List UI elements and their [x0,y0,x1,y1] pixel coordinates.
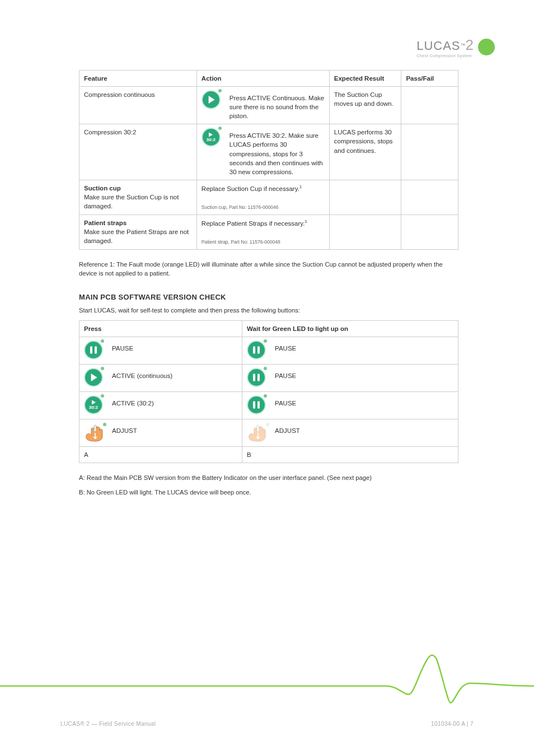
pause-icon [247,340,269,361]
brand-name: LUCAS [416,39,460,53]
table-row: ACTIVE (continuous) PAUSE [79,364,458,391]
col-expected: Expected Result [329,71,401,87]
active-302-icon: 30:2 [84,395,106,416]
svg-rect-1 [257,425,259,432]
expected-cell [329,214,401,249]
col-feature: Feature [79,71,197,87]
active-continuous-icon [84,368,106,388]
action-cell: Replace Patient Straps if necessary.1 Pa… [196,214,329,249]
software-check-table: Press Wait for Green LED to light up on … [79,320,458,463]
passfail-cell [401,124,458,180]
table-row: ADJUST ADJUST [79,419,458,446]
table-row: PAUSE PAUSE [79,337,458,364]
wait-cell: PAUSE [242,337,458,364]
press-cell: ACTIVE (continuous) [79,364,242,391]
brand-version: 2 [466,36,474,53]
table-row: A B [79,446,458,463]
col-passfail: Pass/Fail [401,71,458,87]
press-cell: PAUSE [79,337,242,364]
wait-cell: PAUSE [242,391,458,419]
adjust-icon [247,423,269,443]
brand-dot-icon [478,39,495,55]
brand-subtitle: Chest Compression System [416,54,474,58]
ecg-wave-icon [0,652,534,708]
feature-cell: Compression 30:2 [79,124,197,180]
expected-cell: LUCAS performs 30 compressions, stops an… [329,124,401,180]
press-cell: A [79,446,242,463]
action-cell: 30:2 Press ACTIVE 30:2. Make sure LUCAS … [196,124,329,180]
adjust-icon [84,423,106,443]
pause-icon [247,368,269,388]
table-row: 30:2 ACTIVE (30:2) PAUSE [79,391,458,419]
expected-cell: The Suction Cup moves up and down. [329,87,401,124]
action-cell: Replace Suction Cup if necessary.1 Sucti… [196,180,329,214]
col-action: Action [196,71,329,87]
col-wait: Wait for Green LED to light up on [242,320,458,337]
press-cell: 30:2 ACTIVE (30:2) [79,391,242,419]
footer-right: 101034-00 A | 7 [431,721,474,727]
feature-cell: Patient straps Make sure the Patient Str… [79,214,197,249]
footnote: Reference 1: The Fault mode (orange LED)… [79,260,458,278]
feature-cell: Compression continuous [79,87,197,124]
press-cell: ADJUST [79,419,242,446]
table-row: Compression 30:2 30:2 Press ACTIVE 30:2.… [79,124,458,180]
wait-cell: ADJUST [242,419,458,446]
action-cell: Press ACTIVE Continuous. Make sure there… [196,87,329,124]
expected-cell [329,180,401,214]
page-footer: LUCAS® 2 — Field Service Manual 101034-0… [60,721,474,727]
table-header-row: Feature Action Expected Result Pass/Fail [79,71,458,87]
section-intro: Start LUCAS, wait for self-test to compl… [79,306,458,315]
passfail-cell [401,180,458,214]
feature-cell: Suction cup Make sure the Suction Cup is… [79,180,197,214]
passfail-cell [401,214,458,249]
pause-icon [84,340,106,361]
table-header-row: Press Wait for Green LED to light up on [79,320,458,337]
svg-rect-0 [94,425,96,432]
section-title: MAIN PCB SOFTWARE VERSION CHECK [79,293,458,301]
brand-logo: LUCAS™2 Chest Compression System [416,36,495,58]
brand-tm: ™ [461,43,466,48]
passfail-cell [401,87,458,124]
wait-cell: B [242,446,458,463]
active-continuous-icon [202,90,224,110]
footer-left: LUCAS® 2 — Field Service Manual [60,721,156,727]
wait-cell: PAUSE [242,364,458,391]
feature-test-table: Feature Action Expected Result Pass/Fail… [79,70,458,250]
col-press: Press [79,320,242,337]
table-row: Compression continuous Press ACTIVE Cont… [79,87,458,124]
table-row: Patient straps Make sure the Patient Str… [79,214,458,249]
table-row: Suction cup Make sure the Suction Cup is… [79,180,458,214]
active-302-icon: 30:2 [202,128,224,148]
note-b: B: No Green LED will light. The LUCAS de… [79,488,458,497]
note-a: A: Read the Main PCB SW version from the… [79,473,458,482]
pause-icon [247,395,269,416]
